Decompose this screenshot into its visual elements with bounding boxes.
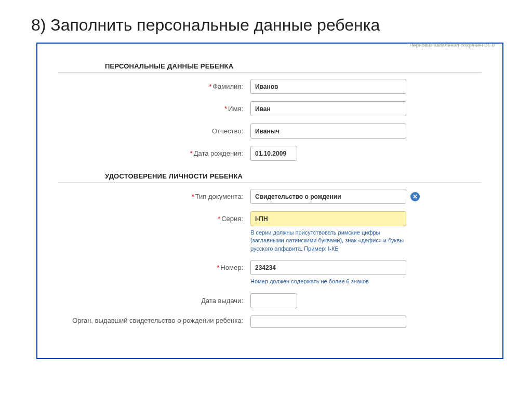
series-hint: В серии должны присутствовать римские ци…: [250, 229, 411, 253]
required-mark: *: [217, 264, 219, 271]
form-frame: Черновик заявления сохранен 01.0 ПЕРСОНА…: [36, 43, 503, 359]
row-surname: *Фамилия:: [58, 79, 482, 94]
required-mark: *: [209, 83, 211, 90]
row-patronymic: Отчество:: [58, 123, 482, 139]
dob-input[interactable]: [250, 146, 297, 161]
patronymic-input[interactable]: [250, 123, 406, 139]
row-doctype: *Тип документа: ✕: [58, 189, 482, 204]
required-mark: *: [190, 149, 193, 157]
doctype-select[interactable]: [250, 189, 406, 204]
series-label: *Серия:: [58, 211, 250, 223]
row-name: *Имя:: [58, 101, 482, 116]
name-label: *Имя:: [58, 101, 250, 113]
draft-saved-note: Черновик заявления сохранен 01.0: [409, 43, 495, 48]
required-mark: *: [224, 105, 227, 113]
clear-doctype-icon[interactable]: ✕: [410, 192, 420, 201]
patronymic-label: Отчество:: [58, 123, 250, 135]
issue-date-input[interactable]: [250, 293, 297, 308]
row-issue-date: Дата выдачи:: [58, 293, 482, 308]
row-series: *Серия: В серии должны присутствовать ри…: [58, 211, 482, 253]
surname-input[interactable]: [250, 79, 406, 94]
number-label: *Номер:: [58, 260, 250, 271]
number-hint: Номер должен содержать не более 6 знаков: [250, 278, 411, 285]
form-content: ПЕРСОНАЛЬНЫЕ ДАННЫЕ РЕБЕНКА *Фамилия: *И…: [37, 44, 502, 328]
issue-date-label: Дата выдачи:: [58, 293, 250, 305]
doctype-label: *Тип документа:: [58, 189, 250, 200]
dob-label: *Дата рождения:: [58, 146, 250, 157]
slide-title: 8) Заполнить персональные данные ребенка: [0, 0, 532, 43]
issuer-label: Орган, выдавший свидетельство о рождении…: [58, 315, 250, 324]
required-mark: *: [192, 193, 194, 200]
series-input[interactable]: [250, 211, 406, 226]
number-input[interactable]: [250, 260, 406, 275]
row-dob: *Дата рождения:: [58, 146, 482, 161]
required-mark: *: [218, 215, 220, 223]
section-personal-header: ПЕРСОНАЛЬНЫЕ ДАННЫЕ РЕБЕНКА: [58, 58, 482, 73]
surname-label: *Фамилия:: [58, 79, 250, 90]
issuer-input[interactable]: [250, 315, 406, 328]
row-issuer: Орган, выдавший свидетельство о рождении…: [58, 315, 482, 328]
name-input[interactable]: [250, 101, 406, 116]
row-number: *Номер: Номер должен содержать не более …: [58, 260, 482, 285]
section-identity-header: УДОСТОВЕРЕНИЕ ЛИЧНОСТИ РЕБЕНКА: [58, 168, 482, 183]
